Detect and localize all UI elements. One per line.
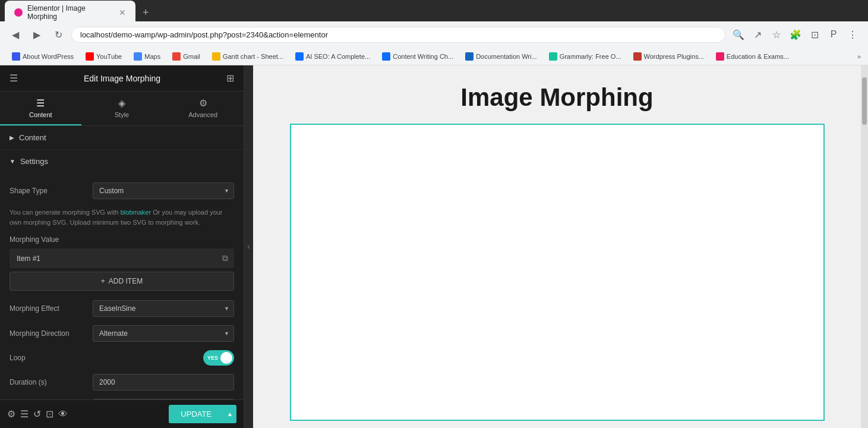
duration-row: Duration (s) xyxy=(10,374,234,391)
morphing-effect-select[interactable]: EaseInSine Linear EaseIn EaseOut xyxy=(93,300,234,317)
scrollbar[interactable] xyxy=(861,65,868,428)
duplicate-item-button[interactable]: ⧉ xyxy=(216,248,234,268)
menu-button[interactable]: ⋮ xyxy=(844,26,861,43)
update-button[interactable]: UPDATE xyxy=(169,405,223,423)
tab-close-button[interactable]: ✕ xyxy=(119,8,126,17)
advanced-tab-label: Advanced xyxy=(188,111,217,118)
morphing-direction-select[interactable]: Alternate Normal Reverse xyxy=(93,325,234,342)
bookmark-wp[interactable]: About WordPress xyxy=(7,51,78,62)
settings-section: ▼ Settings Shape Type Custom Circle Squa… xyxy=(0,150,244,399)
shape-type-control: Custom Circle Square Triangle xyxy=(93,182,234,199)
content-section-label: Content xyxy=(19,133,46,142)
blobmaker-link[interactable]: blobmaker xyxy=(121,209,151,216)
loop-label: Loop xyxy=(10,354,203,362)
responsive-footer-icon[interactable]: ⊡ xyxy=(46,408,53,420)
morphing-effect-label: Morphing Effect xyxy=(10,304,93,313)
content-chevron-icon: ▶ xyxy=(10,134,14,141)
new-tab-button[interactable]: + xyxy=(138,7,154,19)
content-tab-label: Content xyxy=(29,111,52,118)
add-item-label: ADD ITEM xyxy=(109,277,143,285)
collapse-handle[interactable]: ‹ xyxy=(244,65,253,428)
sidebar-footer: ⚙ ☰ ↺ ⊡ 👁 UPDATE ▲ xyxy=(0,399,244,428)
url-text: localhost/demo-wamp/wp-admin/post.php?po… xyxy=(80,30,717,39)
browser-chrome: Elementor | Image Morphing ✕ + ◀ ▶ ↻ loc… xyxy=(0,0,868,65)
history-footer-icon[interactable]: ↺ xyxy=(33,408,41,420)
grid-icon[interactable]: ⊞ xyxy=(226,73,234,84)
back-button[interactable]: ◀ xyxy=(7,26,24,43)
bookmark-edu[interactable]: Education & Exams... xyxy=(711,51,794,62)
sidebar-header-icons: ⊞ xyxy=(226,73,234,84)
morphing-effect-row: Morphing Effect EaseInSine Linear EaseIn… xyxy=(10,300,234,317)
bookmark-maps[interactable]: Maps xyxy=(129,51,165,62)
style-tab-icon: ◈ xyxy=(118,97,125,109)
hamburger-icon[interactable]: ☰ xyxy=(10,73,18,84)
nav-bar: ◀ ▶ ↻ localhost/demo-wamp/wp-admin/post.… xyxy=(0,21,868,48)
profile-button[interactable]: P xyxy=(825,26,842,43)
morphing-direction-row: Morphing Direction Alternate Normal Reve… xyxy=(10,325,234,342)
duration-input[interactable] xyxy=(93,374,234,391)
layers-footer-icon[interactable]: ☰ xyxy=(20,408,29,420)
sidebar: ☰ Edit Image Morphing ⊞ ☰ Content ◈ Styl… xyxy=(0,65,244,428)
info-text: You can generate morphing SVG with blobm… xyxy=(10,207,234,227)
sidebar-title: Edit Image Morphing xyxy=(84,74,160,83)
bookmark-yt[interactable]: YouTube xyxy=(81,51,127,62)
sidebar-header: ☰ Edit Image Morphing ⊞ xyxy=(0,65,244,92)
share-button[interactable]: ↗ xyxy=(749,26,766,43)
canvas-element[interactable] xyxy=(290,124,825,421)
sidebar-button[interactable]: ⊡ xyxy=(806,26,823,43)
scroll-thumb[interactable] xyxy=(862,77,867,125)
bookmark-doc[interactable]: Documentation Wri... xyxy=(460,51,542,62)
shape-type-select[interactable]: Custom Circle Square Triangle xyxy=(93,182,234,199)
info-text-before: You can generate morphing SVG with xyxy=(10,209,121,216)
settings-section-header[interactable]: ▼ Settings xyxy=(0,150,244,173)
loop-toggle[interactable]: YES xyxy=(203,350,234,366)
settings-content: Shape Type Custom Circle Square Triangle xyxy=(0,173,244,399)
advanced-tab-icon: ⚙ xyxy=(199,97,207,109)
bookmark-gram[interactable]: Grammarly: Free O... xyxy=(544,51,626,62)
active-tab[interactable]: Elementor | Image Morphing ✕ xyxy=(5,1,135,24)
morphing-direction-label: Morphing Direction xyxy=(10,329,93,338)
bookmark-ai[interactable]: AI SEO: A Complete... xyxy=(291,51,375,62)
add-item-button[interactable]: + ADD ITEM xyxy=(10,272,234,291)
update-dropdown-button[interactable]: ▲ xyxy=(223,405,236,423)
reload-button[interactable]: ↻ xyxy=(50,26,67,43)
main-area: ☰ Edit Image Morphing ⊞ ☰ Content ◈ Styl… xyxy=(0,65,868,428)
eye-footer-icon[interactable]: 👁 xyxy=(58,409,68,420)
bookmark-gantt[interactable]: Gantt chart - Sheet... xyxy=(207,51,288,62)
tab-favicon xyxy=(14,8,23,17)
morphing-value-label: Morphing Value xyxy=(10,235,234,244)
duration-control xyxy=(93,374,234,391)
tab-style[interactable]: ◈ Style xyxy=(81,92,163,125)
extension-button[interactable]: 🧩 xyxy=(787,26,804,43)
tab-advanced[interactable]: ⚙ Advanced xyxy=(162,92,244,125)
content-section-header[interactable]: ▶ Content xyxy=(0,126,244,149)
forward-button[interactable]: ▶ xyxy=(29,26,45,43)
bookmark-gmail[interactable]: Gmail xyxy=(168,51,205,62)
duration-label: Duration (s) xyxy=(10,378,93,386)
nav-actions: 🔍 ↗ ☆ 🧩 ⊡ P ⋮ xyxy=(730,26,861,43)
bookmark-wpp[interactable]: Wordpress Plugins... xyxy=(629,51,709,62)
canvas-area: Image Morphing xyxy=(253,65,861,428)
style-tab-label: Style xyxy=(115,111,129,118)
item-row: Item #1 ⧉ xyxy=(10,248,234,268)
bookmark-cw[interactable]: Content Writing Ch... xyxy=(377,51,458,62)
morphing-direction-control: Alternate Normal Reverse xyxy=(93,325,234,342)
zoom-button[interactable]: 🔍 xyxy=(730,26,747,43)
item-text: Item #1 xyxy=(10,250,216,268)
settings-footer-icon[interactable]: ⚙ xyxy=(7,408,15,420)
shape-type-row: Shape Type Custom Circle Square Triangle xyxy=(10,182,234,199)
loop-row: Loop YES xyxy=(10,350,234,366)
url-bar[interactable]: localhost/demo-wamp/wp-admin/post.php?po… xyxy=(71,27,725,43)
settings-section-label: Settings xyxy=(20,157,48,166)
tab-content[interactable]: ☰ Content xyxy=(0,92,81,125)
morphing-value-section: Morphing Value Item #1 ⧉ xyxy=(10,235,234,268)
add-item-plus-icon: + xyxy=(101,277,105,285)
tab-bar: Elementor | Image Morphing ✕ + xyxy=(0,0,868,21)
more-bookmarks[interactable]: » xyxy=(857,53,861,60)
panel-body: ▶ Content ▼ Settings Shape Type xyxy=(0,126,244,399)
morphing-effect-control: EaseInSine Linear EaseIn EaseOut xyxy=(93,300,234,317)
bookmarks-bar: About WordPressYouTubeMapsGmailGantt cha… xyxy=(0,48,868,65)
panel-tabs: ☰ Content ◈ Style ⚙ Advanced xyxy=(0,92,244,126)
content-section: ▶ Content xyxy=(0,126,244,150)
bookmark-button[interactable]: ☆ xyxy=(768,26,785,43)
